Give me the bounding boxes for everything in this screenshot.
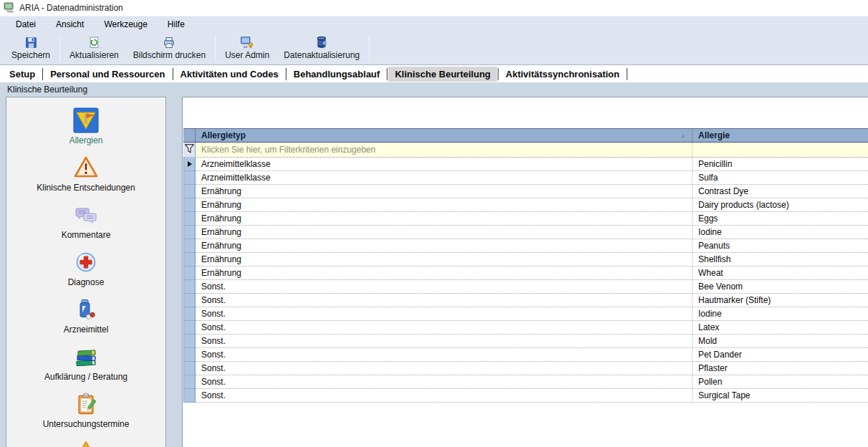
- row-selector-cell[interactable]: [183, 266, 196, 280]
- sidebar-item-allergies[interactable]: Allergien: [69, 107, 103, 145]
- table-row[interactable]: Sonst.Pet Dander: [183, 348, 868, 362]
- filter-input-allergietyp[interactable]: Klicken Sie hier, um Filterkriterien ein…: [196, 143, 693, 157]
- cell-allergietyp[interactable]: Arzneimittelklasse: [196, 171, 693, 185]
- row-selector-cell[interactable]: [183, 280, 196, 294]
- cell-allergietyp[interactable]: Arzneimittelklasse: [196, 158, 693, 171]
- cell-allergietyp[interactable]: Sonst.: [196, 389, 693, 403]
- cell-allergietyp[interactable]: Ernährung: [196, 212, 693, 226]
- row-selector-cell[interactable]: [183, 348, 196, 362]
- cell-allergie[interactable]: Dairy products (lactose): [693, 198, 868, 212]
- menu-item-ansicht[interactable]: Ansicht: [46, 17, 94, 32]
- cell-allergie[interactable]: Pflaster: [693, 362, 868, 375]
- table-row[interactable]: ArzneimittelklassePenicillin: [183, 158, 868, 171]
- filter-row[interactable]: Klicken Sie hier, um Filterkriterien ein…: [183, 143, 868, 158]
- sidebar-item-diagnosis[interactable]: Diagnose: [68, 249, 105, 287]
- table-row[interactable]: Sonst.Latex: [183, 321, 868, 335]
- toolbar-button-print[interactable]: Bildschirm drucken: [126, 34, 213, 64]
- menu-item-datei[interactable]: Datei: [6, 17, 46, 32]
- cell-allergietyp[interactable]: Sonst.: [196, 348, 693, 362]
- toolbar-button-user-admin[interactable]: User Admin: [218, 34, 276, 64]
- row-selector-cell[interactable]: [183, 253, 196, 266]
- table-row[interactable]: Sonst.Hautmarker (Stifte): [183, 294, 868, 307]
- cell-allergie[interactable]: Iodine: [693, 307, 868, 321]
- row-selector-cell[interactable]: [183, 198, 196, 212]
- row-selector-cell[interactable]: [183, 158, 196, 171]
- table-row[interactable]: Sonst.Mold: [183, 335, 868, 348]
- cell-allergie[interactable]: Pollen: [693, 375, 868, 389]
- cell-allergietyp[interactable]: Sonst.: [196, 280, 693, 294]
- table-row[interactable]: ArzneimittelklasseSulfa: [183, 171, 868, 185]
- cell-allergietyp[interactable]: Sonst.: [196, 307, 693, 321]
- cell-allergietyp[interactable]: Ernährung: [196, 198, 693, 212]
- column-header-allergietyp[interactable]: Allergietyp▲: [196, 129, 693, 142]
- sidebar-item-partial[interactable]: [73, 438, 99, 447]
- table-row[interactable]: Sonst.Bee Venom: [183, 280, 868, 294]
- row-selector-cell[interactable]: [183, 239, 196, 253]
- header-selector-cell[interactable]: [183, 129, 196, 142]
- row-selector-cell[interactable]: [183, 307, 196, 321]
- sidebar-item-medication[interactable]: Arzneimittel: [64, 297, 109, 335]
- cell-allergietyp[interactable]: Sonst.: [196, 321, 693, 335]
- sidebar-item-education[interactable]: Aufklärung / Beratung: [44, 344, 127, 382]
- row-selector-cell[interactable]: [183, 389, 196, 403]
- table-row[interactable]: ErnährungContrast Dye: [183, 185, 868, 198]
- row-selector-cell[interactable]: [183, 171, 196, 185]
- cell-allergietyp[interactable]: Ernährung: [196, 226, 693, 239]
- table-row[interactable]: Sonst.Iodine: [183, 307, 868, 321]
- cell-allergie[interactable]: Hautmarker (Stifte): [693, 294, 868, 307]
- menu-item-hilfe[interactable]: Hilfe: [158, 17, 195, 32]
- cell-allergie[interactable]: Sulfa: [693, 171, 868, 185]
- cell-allergie[interactable]: Wheat: [693, 266, 868, 280]
- table-row[interactable]: ErnährungShellfish: [183, 253, 868, 266]
- cell-allergietyp[interactable]: Sonst.: [196, 294, 693, 307]
- tab-3[interactable]: Aktivitäten und Codes: [174, 67, 285, 82]
- cell-allergietyp[interactable]: Ernährung: [196, 239, 693, 253]
- row-selector-cell[interactable]: [183, 335, 196, 348]
- tab-5[interactable]: Klinische Beurteilung: [388, 67, 497, 82]
- sidebar-item-exam-appointments[interactable]: Untersuchungstermine: [43, 391, 130, 429]
- table-row[interactable]: Sonst.Pflaster: [183, 362, 868, 375]
- table-row[interactable]: ErnährungIodine: [183, 226, 868, 239]
- row-selector-cell[interactable]: [183, 226, 196, 239]
- toolbar-button-refresh[interactable]: Aktualisieren: [62, 34, 126, 64]
- cell-allergie[interactable]: Latex: [693, 321, 868, 335]
- cell-allergietyp[interactable]: Sonst.: [196, 362, 693, 375]
- cell-allergietyp[interactable]: Ernährung: [196, 185, 693, 198]
- cell-allergie[interactable]: Contrast Dye: [693, 185, 868, 198]
- cell-allergietyp[interactable]: Ernährung: [196, 253, 693, 266]
- row-selector-cell[interactable]: [183, 212, 196, 226]
- cell-allergie[interactable]: Penicillin: [693, 158, 868, 171]
- cell-allergie[interactable]: Surgical Tape: [693, 389, 868, 403]
- filter-input-allergie[interactable]: [693, 143, 868, 157]
- cell-allergie[interactable]: Shellfish: [693, 253, 868, 266]
- table-row[interactable]: Sonst.Pollen: [183, 375, 868, 389]
- table-row[interactable]: Sonst.Surgical Tape: [183, 389, 868, 403]
- tab-6[interactable]: Aktivitätssynchronisation: [499, 67, 626, 82]
- table-row[interactable]: ErnährungWheat: [183, 266, 868, 280]
- table-row[interactable]: ErnährungPeanuts: [183, 239, 868, 253]
- tab-1[interactable]: Setup: [3, 67, 42, 82]
- filter-selector-cell[interactable]: [183, 143, 196, 157]
- row-selector-cell[interactable]: [183, 362, 196, 375]
- cell-allergie[interactable]: Bee Venom: [693, 280, 868, 294]
- menu-item-werkzeuge[interactable]: Werkzeuge: [94, 17, 157, 32]
- row-selector-cell[interactable]: [183, 321, 196, 335]
- sidebar-item-comments[interactable]: Kommentare: [62, 202, 111, 240]
- row-selector-cell[interactable]: [183, 185, 196, 198]
- cell-allergietyp[interactable]: Ernährung: [196, 266, 693, 280]
- cell-allergietyp[interactable]: Sonst.: [196, 375, 693, 389]
- cell-allergie[interactable]: Peanuts: [693, 239, 868, 253]
- cell-allergie[interactable]: Pet Dander: [693, 348, 868, 362]
- cell-allergie[interactable]: Iodine: [693, 226, 868, 239]
- toolbar-button-data-update[interactable]: Datenaktualisierung: [276, 34, 367, 64]
- row-selector-cell[interactable]: [183, 294, 196, 307]
- sidebar-item-clinical-decisions[interactable]: Klinische Entscheidungen: [37, 155, 135, 193]
- cell-allergie[interactable]: Eggs: [693, 212, 868, 226]
- toolbar-button-save[interactable]: Speichern: [4, 34, 57, 64]
- cell-allergie[interactable]: Mold: [693, 335, 868, 348]
- table-row[interactable]: ErnährungEggs: [183, 212, 868, 226]
- tab-2[interactable]: Personal und Ressourcen: [44, 67, 171, 82]
- row-selector-cell[interactable]: [183, 375, 196, 389]
- cell-allergietyp[interactable]: Sonst.: [196, 335, 693, 348]
- column-header-allergie[interactable]: Allergie: [693, 129, 868, 142]
